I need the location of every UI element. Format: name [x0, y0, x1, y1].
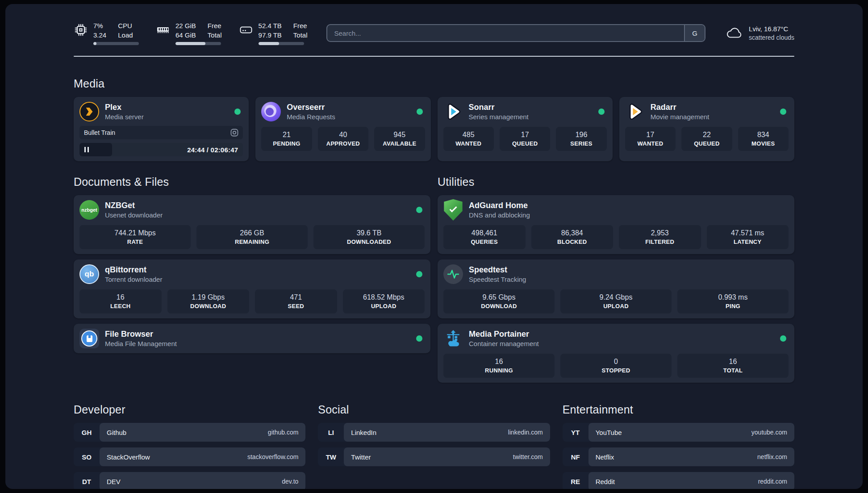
storage-total-label: Total	[293, 30, 308, 40]
cpu-stat: 7% 3.24 CPU Load	[74, 21, 139, 45]
service-name: AdGuard Home	[469, 201, 530, 210]
service-card-radarr[interactable]: Radarr Movie management 17 WANTED 22 QUE…	[619, 97, 794, 161]
service-card-plex[interactable]: Plex Media server Bullet Train 24:44 / 0	[74, 97, 249, 161]
service-name: Plex	[105, 103, 144, 112]
plex-icon	[79, 102, 99, 121]
search-input[interactable]	[327, 29, 684, 37]
weather-widget: Lviv, 16.87°C scattered clouds	[726, 25, 794, 41]
memory-total-value: 64 GiB	[175, 30, 196, 40]
service-description: Usenet downloader	[105, 211, 163, 219]
weather-condition: scattered clouds	[749, 34, 794, 41]
status-online-dot	[780, 109, 786, 115]
stat-tile-movies: 834 MOVIES	[738, 127, 789, 151]
service-description: DNS and adblocking	[469, 211, 530, 219]
bookmark-name: LinkedIn	[351, 429, 376, 436]
stat-tile-wanted: 17 WANTED	[625, 127, 676, 151]
bookmark-url: twitter.com	[513, 453, 543, 460]
bookmark-abbr: LI	[318, 423, 344, 442]
section-utilities: Utilities AdGuard Home DNS and adblockin…	[438, 175, 794, 383]
bookmark-url: youtube.com	[751, 429, 787, 436]
cloud-icon	[726, 26, 743, 40]
stat-tile-download: 9.65 Gbps DOWNLOAD	[443, 289, 555, 313]
bookmark-github[interactable]: GH Github github.com	[74, 423, 305, 442]
service-card-adguard[interactable]: AdGuard Home DNS and adblocking 498,461 …	[438, 195, 794, 254]
service-card-filebrowser[interactable]: File Browser Media File Management	[74, 324, 430, 353]
stat-tile-download: 1.19 Gbps DOWNLOAD	[167, 289, 250, 313]
stat-tile-available: 945 AVAILABLE	[374, 127, 425, 151]
stat-tile-pending: 21 PENDING	[261, 127, 312, 151]
section-title-developer: Developer	[74, 403, 305, 416]
stat-tile-total: 16 TOTAL	[677, 354, 789, 378]
status-online-dot	[416, 335, 422, 342]
bookmark-url: reddit.com	[758, 478, 787, 485]
bookmark-name: Github	[107, 429, 126, 436]
service-description: Series management	[469, 113, 529, 121]
memory-icon	[156, 23, 170, 37]
service-description: Torrent downloader	[105, 276, 162, 283]
bookmark-url: github.com	[268, 429, 298, 436]
bookmark-netflix[interactable]: NF Netflix netflix.com	[563, 447, 794, 466]
stat-tile-queries: 498,461 QUERIES	[443, 225, 526, 249]
search-provider-badge[interactable]: G	[684, 25, 705, 41]
stat-tile-latency: 47.571 ms LATENCY	[707, 225, 789, 249]
status-online-dot	[417, 109, 423, 115]
bookmark-group-developer: Developer GH Github github.com SO StackO…	[74, 403, 305, 489]
bookmark-dev[interactable]: DT DEV dev.to	[74, 472, 305, 489]
service-card-nzbget[interactable]: nzbget NZBGet Usenet downloader 744.21 M…	[74, 195, 430, 254]
section-title-social: Social	[318, 403, 550, 416]
weather-location-temp: Lviv, 16.87°C	[749, 25, 794, 33]
bookmark-youtube[interactable]: YT YouTube youtube.com	[563, 423, 794, 442]
memory-total-label: Total	[208, 30, 222, 40]
storage-total-value: 97.9 TB	[259, 30, 282, 40]
stat-tile-seed: 471 SEED	[255, 289, 337, 313]
cpu-load-value: 3.24	[93, 30, 106, 40]
storage-free-label: Free	[293, 21, 308, 30]
service-name: NZBGet	[105, 201, 163, 210]
section-title-entertainment: Entertainment	[563, 403, 794, 416]
stat-tile-ping: 0.993 ms PING	[677, 289, 789, 313]
service-card-speedtest[interactable]: Speedtest Speedtest Tracking 9.65 Gbps D…	[438, 259, 794, 318]
service-card-portainer[interactable]: Media Portainer Container management 16 …	[438, 324, 794, 383]
service-card-sonarr[interactable]: Sonarr Series management 485 WANTED 17 Q…	[438, 97, 613, 161]
sonarr-icon	[443, 102, 463, 121]
playback-time: 24:44 / 02:06:47	[187, 146, 238, 154]
bookmark-url: linkedin.com	[508, 429, 543, 436]
stat-tile-rate: 744.21 Mbps RATE	[79, 225, 191, 249]
bookmark-stackoverflow[interactable]: SO StackOverflow stackoverflow.com	[74, 447, 305, 466]
stat-tile-wanted: 485 WANTED	[443, 127, 494, 151]
storage-free-value: 52.4 TB	[259, 21, 282, 30]
stat-tile-queued: 22 QUEUED	[681, 127, 732, 151]
status-online-dot	[780, 335, 786, 342]
bookmark-reddit[interactable]: RE Reddit reddit.com	[563, 472, 794, 489]
top-bar: 7% 3.24 CPU Load	[74, 21, 794, 45]
service-name: Speedtest	[469, 265, 526, 275]
stat-tile-remaining: 266 GB REMAINING	[196, 225, 308, 249]
bookmark-abbr: GH	[74, 423, 100, 442]
bookmark-twitter[interactable]: TW Twitter twitter.com	[318, 447, 550, 466]
storage-stat: 52.4 TB 97.9 TB Free Total	[239, 21, 308, 45]
status-online-dot	[598, 109, 605, 115]
section-documents: Documents & Files nzbget NZBGet Usenet d…	[74, 175, 430, 353]
bookmark-abbr: TW	[318, 447, 344, 466]
stat-tile-upload: 618.52 Mbps UPLOAD	[343, 289, 425, 313]
speedtest-icon	[443, 264, 463, 284]
stat-tile-upload: 9.24 Gbps UPLOAD	[560, 289, 672, 313]
cpu-usage-label: CPU	[118, 21, 133, 30]
service-name: qBittorrent	[105, 265, 162, 275]
bookmark-linkedin[interactable]: LI LinkedIn linkedin.com	[318, 423, 550, 442]
service-card-overseerr[interactable]: Overseerr Media Requests 21 PENDING 40 A…	[255, 97, 430, 161]
service-description: Movie management	[651, 113, 709, 121]
expand-icon[interactable]	[230, 129, 238, 137]
section-media: Media Plex Media server Bullet Train	[74, 77, 794, 161]
stat-tile-stopped: 0 STOPPED	[560, 354, 672, 378]
now-playing-bar: Bullet Train	[79, 126, 243, 139]
status-online-dot	[416, 271, 422, 277]
service-description: Speedtest Tracking	[469, 276, 526, 283]
header-divider	[74, 56, 794, 57]
section-title-documents: Documents & Files	[74, 175, 430, 188]
pause-icon[interactable]	[84, 147, 89, 152]
radarr-icon	[625, 102, 645, 121]
service-card-qbittorrent[interactable]: qb qBittorrent Torrent downloader 16 LEE…	[74, 259, 430, 318]
bookmark-name: Netflix	[596, 453, 614, 461]
search-bar[interactable]: G	[326, 24, 706, 42]
